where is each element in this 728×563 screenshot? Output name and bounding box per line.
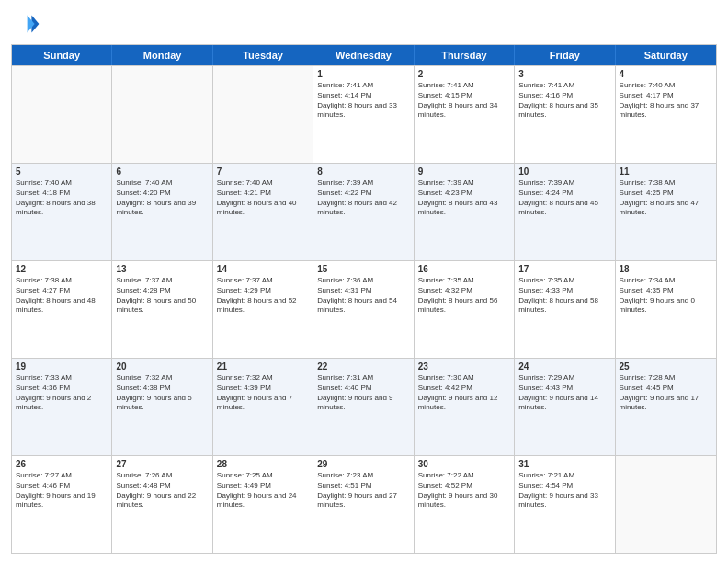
cell-info: Sunrise: 7:25 AM Sunset: 4:49 PM Dayligh… [217, 471, 309, 511]
cell-info: Sunrise: 7:41 AM Sunset: 4:14 PM Dayligh… [317, 81, 409, 121]
cal-cell: 4Sunrise: 7:40 AM Sunset: 4:17 PM Daylig… [616, 66, 716, 163]
cell-info: Sunrise: 7:36 AM Sunset: 4:31 PM Dayligh… [317, 276, 409, 316]
cal-cell: 3Sunrise: 7:41 AM Sunset: 4:16 PM Daylig… [515, 66, 615, 163]
cell-date: 23 [418, 362, 510, 372]
cell-date: 28 [217, 459, 309, 469]
cell-info: Sunrise: 7:22 AM Sunset: 4:52 PM Dayligh… [418, 471, 510, 511]
cal-cell: 23Sunrise: 7:30 AM Sunset: 4:42 PM Dayli… [415, 359, 515, 455]
logo-icon [11, 9, 40, 39]
calendar-body: 1Sunrise: 7:41 AM Sunset: 4:14 PM Daylig… [12, 65, 716, 553]
cell-info: Sunrise: 7:37 AM Sunset: 4:28 PM Dayligh… [116, 276, 208, 316]
cal-cell: 1Sunrise: 7:41 AM Sunset: 4:14 PM Daylig… [313, 66, 414, 163]
cell-info: Sunrise: 7:27 AM Sunset: 4:46 PM Dayligh… [16, 471, 108, 511]
cal-cell [213, 66, 313, 163]
cell-info: Sunrise: 7:39 AM Sunset: 4:22 PM Dayligh… [317, 178, 409, 218]
cal-cell: 2Sunrise: 7:41 AM Sunset: 4:15 PM Daylig… [415, 66, 515, 163]
cal-cell: 31Sunrise: 7:21 AM Sunset: 4:54 PM Dayli… [515, 456, 615, 553]
cal-row-1: 5Sunrise: 7:40 AM Sunset: 4:18 PM Daylig… [12, 163, 716, 260]
cell-info: Sunrise: 7:21 AM Sunset: 4:54 PM Dayligh… [518, 471, 610, 511]
cell-info: Sunrise: 7:28 AM Sunset: 4:45 PM Dayligh… [620, 373, 712, 413]
cal-cell [112, 66, 212, 163]
cal-cell: 8Sunrise: 7:39 AM Sunset: 4:22 PM Daylig… [313, 164, 414, 260]
cell-info: Sunrise: 7:30 AM Sunset: 4:42 PM Dayligh… [418, 373, 510, 413]
cell-date: 19 [16, 362, 108, 372]
cell-info: Sunrise: 7:37 AM Sunset: 4:29 PM Dayligh… [217, 276, 309, 316]
header-day-sunday: Sunday [12, 45, 112, 65]
cal-cell: 25Sunrise: 7:28 AM Sunset: 4:45 PM Dayli… [616, 359, 716, 455]
cal-cell: 19Sunrise: 7:33 AM Sunset: 4:36 PM Dayli… [12, 359, 112, 455]
cal-cell: 18Sunrise: 7:34 AM Sunset: 4:35 PM Dayli… [616, 261, 716, 358]
header-day-friday: Friday [515, 45, 615, 65]
cell-date: 20 [116, 362, 208, 372]
cell-date: 18 [620, 264, 712, 274]
cal-cell: 10Sunrise: 7:39 AM Sunset: 4:24 PM Dayli… [515, 164, 615, 260]
page: SundayMondayTuesdayWednesdayThursdayFrid… [0, 0, 728, 563]
calendar: SundayMondayTuesdayWednesdayThursdayFrid… [11, 44, 717, 554]
cal-cell [12, 66, 112, 163]
cal-cell: 22Sunrise: 7:31 AM Sunset: 4:40 PM Dayli… [313, 359, 414, 455]
cell-date: 2 [418, 69, 510, 79]
cal-row-4: 26Sunrise: 7:27 AM Sunset: 4:46 PM Dayli… [12, 455, 716, 553]
cell-info: Sunrise: 7:39 AM Sunset: 4:23 PM Dayligh… [418, 178, 510, 218]
logo [11, 9, 44, 39]
cell-date: 7 [217, 167, 309, 177]
cal-cell: 28Sunrise: 7:25 AM Sunset: 4:49 PM Dayli… [213, 456, 313, 553]
cell-info: Sunrise: 7:35 AM Sunset: 4:32 PM Dayligh… [418, 276, 510, 316]
cal-cell: 11Sunrise: 7:38 AM Sunset: 4:25 PM Dayli… [616, 164, 716, 260]
cell-date: 11 [620, 167, 712, 177]
cal-cell: 30Sunrise: 7:22 AM Sunset: 4:52 PM Dayli… [415, 456, 515, 553]
cell-date: 9 [418, 167, 510, 177]
cell-date: 6 [116, 167, 208, 177]
cell-date: 13 [116, 264, 208, 274]
cal-cell: 12Sunrise: 7:38 AM Sunset: 4:27 PM Dayli… [12, 261, 112, 358]
header [11, 9, 717, 39]
cal-cell: 9Sunrise: 7:39 AM Sunset: 4:23 PM Daylig… [415, 164, 515, 260]
cal-cell: 16Sunrise: 7:35 AM Sunset: 4:32 PM Dayli… [415, 261, 515, 358]
cal-cell: 26Sunrise: 7:27 AM Sunset: 4:46 PM Dayli… [12, 456, 112, 553]
cell-info: Sunrise: 7:32 AM Sunset: 4:39 PM Dayligh… [217, 373, 309, 413]
cell-date: 25 [620, 362, 712, 372]
header-day-saturday: Saturday [616, 45, 716, 65]
calendar-header: SundayMondayTuesdayWednesdayThursdayFrid… [12, 45, 716, 65]
cell-date: 1 [317, 69, 409, 79]
cal-row-2: 12Sunrise: 7:38 AM Sunset: 4:27 PM Dayli… [12, 260, 716, 358]
header-day-monday: Monday [112, 45, 212, 65]
cell-date: 17 [518, 264, 610, 274]
cell-date: 4 [620, 69, 712, 79]
cell-info: Sunrise: 7:38 AM Sunset: 4:25 PM Dayligh… [620, 178, 712, 218]
cell-date: 22 [317, 362, 409, 372]
cal-cell: 21Sunrise: 7:32 AM Sunset: 4:39 PM Dayli… [213, 359, 313, 455]
cal-cell: 24Sunrise: 7:29 AM Sunset: 4:43 PM Dayli… [515, 359, 615, 455]
cell-date: 14 [217, 264, 309, 274]
cell-info: Sunrise: 7:40 AM Sunset: 4:17 PM Dayligh… [620, 81, 712, 121]
cell-info: Sunrise: 7:41 AM Sunset: 4:15 PM Dayligh… [418, 81, 510, 121]
cal-cell: 5Sunrise: 7:40 AM Sunset: 4:18 PM Daylig… [12, 164, 112, 260]
cell-date: 15 [317, 264, 409, 274]
cell-info: Sunrise: 7:39 AM Sunset: 4:24 PM Dayligh… [518, 178, 610, 218]
cell-info: Sunrise: 7:26 AM Sunset: 4:48 PM Dayligh… [116, 471, 208, 511]
cell-date: 29 [317, 459, 409, 469]
cell-info: Sunrise: 7:35 AM Sunset: 4:33 PM Dayligh… [518, 276, 610, 316]
cell-date: 21 [217, 362, 309, 372]
cal-cell: 15Sunrise: 7:36 AM Sunset: 4:31 PM Dayli… [313, 261, 414, 358]
cell-info: Sunrise: 7:41 AM Sunset: 4:16 PM Dayligh… [518, 81, 610, 121]
cell-info: Sunrise: 7:23 AM Sunset: 4:51 PM Dayligh… [317, 471, 409, 511]
cell-date: 10 [518, 167, 610, 177]
cell-info: Sunrise: 7:38 AM Sunset: 4:27 PM Dayligh… [16, 276, 108, 316]
cell-date: 26 [16, 459, 108, 469]
cal-cell: 7Sunrise: 7:40 AM Sunset: 4:21 PM Daylig… [213, 164, 313, 260]
cal-cell: 20Sunrise: 7:32 AM Sunset: 4:38 PM Dayli… [112, 359, 212, 455]
cell-info: Sunrise: 7:40 AM Sunset: 4:18 PM Dayligh… [16, 178, 108, 218]
cal-row-0: 1Sunrise: 7:41 AM Sunset: 4:14 PM Daylig… [12, 65, 716, 163]
cell-date: 24 [518, 362, 610, 372]
cell-date: 31 [518, 459, 610, 469]
cal-cell: 17Sunrise: 7:35 AM Sunset: 4:33 PM Dayli… [515, 261, 615, 358]
header-day-tuesday: Tuesday [213, 45, 313, 65]
header-day-wednesday: Wednesday [313, 45, 414, 65]
cal-cell: 14Sunrise: 7:37 AM Sunset: 4:29 PM Dayli… [213, 261, 313, 358]
cell-date: 8 [317, 167, 409, 177]
cell-info: Sunrise: 7:32 AM Sunset: 4:38 PM Dayligh… [116, 373, 208, 413]
cell-info: Sunrise: 7:40 AM Sunset: 4:21 PM Dayligh… [217, 178, 309, 218]
cell-info: Sunrise: 7:40 AM Sunset: 4:20 PM Dayligh… [116, 178, 208, 218]
cell-date: 12 [16, 264, 108, 274]
